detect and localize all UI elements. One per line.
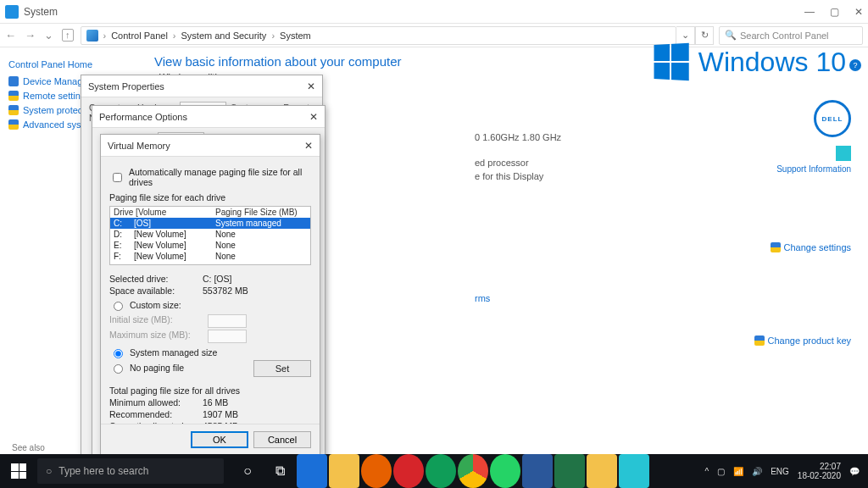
tray-lang[interactable]: ENG	[771, 467, 789, 476]
col-paging: Paging File Size (MB)	[215, 208, 298, 217]
shield-icon	[771, 242, 781, 252]
crumb-2[interactable]: System	[280, 30, 311, 41]
change-settings-link[interactable]: Change settings	[771, 242, 852, 252]
nav-dropdown[interactable]: ⌄	[676, 26, 695, 45]
dell-logo: DELL	[814, 100, 851, 137]
crumb-0[interactable]: Control Panel	[111, 30, 168, 41]
tray-overflow[interactable]: ^	[704, 467, 709, 476]
rec-label: Recommended:	[109, 409, 203, 419]
window-title: System	[24, 6, 58, 18]
max-size-label: Maximum size (MB):	[109, 330, 203, 343]
os-name: Windows 10	[698, 47, 846, 78]
custom-size-radio[interactable]: Custom size:	[109, 299, 311, 311]
virtual-memory-dialog: Virtual Memory✕ Automatically manage pag…	[100, 134, 320, 456]
space-label: Space available:	[109, 286, 203, 296]
set-button[interactable]: Set	[253, 360, 311, 377]
breadcrumb[interactable]: ›Control Panel ›System and Security ›Sys…	[81, 26, 677, 45]
tray-clock[interactable]: 22:07 18-02-2020	[798, 462, 841, 480]
min-value: 16 MB	[203, 397, 228, 408]
tray-notifications-icon[interactable]: 💬	[849, 467, 860, 476]
taskbar-search-placeholder: Type here to search	[58, 465, 148, 477]
cortana-icon: ○	[46, 465, 52, 477]
search-icon: 🔍	[725, 30, 737, 41]
shield-icon	[754, 336, 765, 346]
search-input[interactable]: 🔍 Search Control Panel	[719, 26, 863, 45]
cortana-ring[interactable]: ○	[232, 454, 263, 488]
tray-sound-icon[interactable]: 🔊	[752, 467, 762, 476]
tray-battery-icon[interactable]: ▢	[717, 467, 725, 476]
nav-fwd[interactable]: →	[25, 29, 36, 42]
app-icon	[5, 5, 19, 19]
processor-note: ed processor	[475, 158, 529, 168]
explorer-icon[interactable]	[329, 454, 359, 488]
support-link[interactable]: Support Information	[776, 164, 851, 174]
auto-manage-checkbox[interactable]: Automatically manage paging file size fo…	[109, 167, 311, 187]
word-icon[interactable]	[522, 454, 553, 488]
drive-row[interactable]: C:[OS]System managed	[110, 218, 310, 229]
max-size-field	[208, 330, 247, 343]
crumb-1[interactable]: System and Security	[181, 30, 267, 41]
excel-icon[interactable]	[554, 454, 585, 488]
vm-cancel-button[interactable]: Cancel	[253, 431, 311, 448]
drive-row[interactable]: E:[New Volume]None	[110, 240, 310, 251]
col-drive: Drive [Volume	[114, 208, 215, 217]
search-placeholder: Search Control Panel	[740, 30, 829, 41]
cp-home-link[interactable]: Control Panel Home	[8, 59, 136, 69]
system-managed-radio[interactable]: System managed size	[109, 347, 311, 358]
nav-history[interactable]: ⌄	[44, 29, 53, 42]
tray-wifi-icon[interactable]: 📶	[733, 467, 743, 476]
space-value: 553782 MB	[203, 286, 248, 296]
cpu-info: 0 1.60GHz 1.80 GHz	[475, 132, 561, 142]
initial-size-label: Initial size (MB):	[109, 314, 203, 328]
drives-list[interactable]: Drive [VolumePaging File Size (MB) C:[OS…	[109, 206, 311, 265]
maximize-button[interactable]: ▢	[830, 6, 839, 18]
min-label: Minimum allowed:	[109, 397, 203, 408]
maps-icon[interactable]	[426, 454, 456, 488]
opera-icon[interactable]	[393, 454, 424, 488]
display-note: e for this Display	[475, 171, 543, 181]
firefox-icon[interactable]	[361, 454, 392, 488]
rec-value: 1907 MB	[203, 409, 238, 419]
tray-date: 18-02-2020	[798, 471, 841, 480]
system-icon	[86, 30, 98, 42]
nav-back[interactable]: ←	[5, 29, 16, 42]
vm-ok-button[interactable]: OK	[191, 431, 248, 448]
chrome-icon[interactable]	[458, 454, 488, 488]
paging-group-label: Paging file size for each drive	[109, 192, 311, 202]
see-also-label: See also	[12, 443, 45, 452]
window-titlebar: System — ▢ ✕	[0, 0, 868, 24]
store-icon[interactable]	[587, 454, 617, 488]
taskbar-search[interactable]: ○Type here to search	[37, 458, 224, 484]
perfopts-title: Performance Options	[99, 112, 187, 122]
refresh-button[interactable]: ↻	[695, 26, 714, 45]
sysprops-close[interactable]: ✕	[307, 80, 315, 92]
minimize-button[interactable]: —	[804, 6, 815, 18]
vm-title: Virtual Memory	[108, 141, 170, 151]
app-icon-extra[interactable]	[619, 454, 649, 488]
change-product-key-link[interactable]: Change product key	[754, 336, 851, 346]
support-assist-icon[interactable]	[836, 146, 851, 161]
perfopts-close[interactable]: ✕	[309, 111, 318, 123]
sysprops-title: System Properties	[88, 81, 164, 92]
terms-link[interactable]: rms	[475, 293, 490, 303]
selected-drive-label: Selected drive:	[109, 274, 203, 284]
auto-manage-label: Automatically manage paging file size fo…	[129, 167, 311, 187]
tray-time: 22:07	[798, 462, 841, 471]
drive-row[interactable]: D:[New Volume]None	[110, 229, 310, 240]
windows-logo: Windows 10	[653, 44, 846, 80]
selected-drive-value: C: [OS]	[203, 274, 231, 284]
vm-close[interactable]: ✕	[304, 140, 313, 152]
nav-up[interactable]: ↑	[62, 29, 74, 42]
taskbar: ○Type here to search ○ ⧉ ^ ▢ 📶 🔊 ENG 22:…	[0, 454, 868, 488]
close-button[interactable]: ✕	[854, 6, 863, 18]
taskview-icon[interactable]: ⧉	[264, 454, 295, 488]
edge-icon[interactable]	[297, 454, 327, 488]
start-button[interactable]	[0, 454, 37, 488]
whatsapp-icon[interactable]	[490, 454, 520, 488]
total-group-label: Total paging file size for all drives	[109, 385, 311, 396]
initial-size-field	[208, 314, 247, 328]
drive-row[interactable]: F:[New Volume]None	[110, 251, 310, 262]
